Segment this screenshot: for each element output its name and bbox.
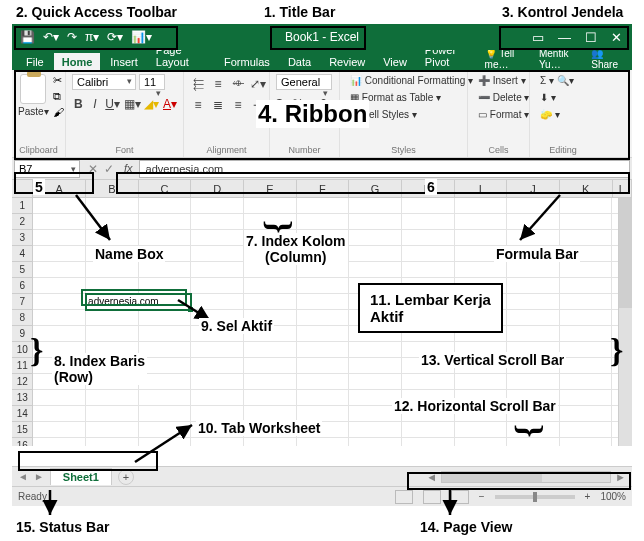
label-vscroll: 13. Vertical Scroll Bar	[419, 352, 566, 368]
label-statusbar: 15. Status Bar	[14, 519, 111, 535]
label-wincontrol: 3. Kontrol Jendela	[500, 4, 625, 20]
label-indexcol: 7. Index Kolom (Column)	[244, 233, 348, 265]
label-5: 5	[33, 179, 45, 195]
label-6: 6	[425, 179, 437, 195]
label-ribbon: 4. Ribbon	[256, 100, 369, 128]
label-tabws: 10. Tab Worksheet	[196, 420, 322, 436]
label-pageview: 14. Page View	[418, 519, 514, 535]
label-activesheet: 11. Lembar Kerja Aktif	[358, 283, 503, 333]
svg-line-1	[520, 195, 560, 240]
label-activecell: 9. Sel Aktif	[199, 318, 274, 334]
label-titlebar: 1. Title Bar	[262, 4, 337, 20]
label-hscroll: 12. Horizontal Scroll Bar	[392, 398, 558, 414]
svg-line-0	[76, 195, 110, 240]
svg-line-2	[178, 300, 210, 320]
label-indexrow: 8. Index Baris (Row)	[52, 353, 147, 385]
label-namebox: Name Box	[93, 246, 165, 262]
label-qat: 2. Quick Access Toolbar	[14, 4, 179, 20]
label-formulabar: Formula Bar	[494, 246, 580, 262]
svg-line-3	[135, 425, 192, 462]
